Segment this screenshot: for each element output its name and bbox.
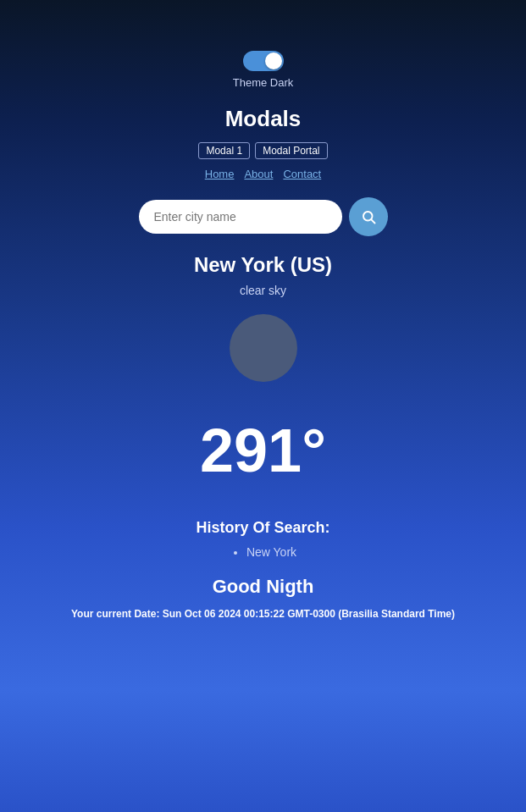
greeting-message: Good Nigth (213, 576, 314, 598)
modal-portal-button[interactable]: Modal Portal (255, 142, 327, 159)
toggle-knob (265, 52, 282, 69)
history-list: New York (17, 545, 509, 559)
history-item: New York (246, 545, 296, 559)
current-date: Your current Date: Sun Oct 06 2024 00:15… (71, 608, 455, 620)
page-title: Modals (225, 106, 302, 132)
svg-line-1 (371, 219, 374, 223)
modal-1-button[interactable]: Modal 1 (198, 142, 250, 159)
history-section: History Of Search: New York (17, 519, 509, 559)
theme-toggle[interactable] (243, 51, 284, 71)
history-title: History Of Search: (17, 519, 509, 537)
nav-home[interactable]: Home (205, 168, 235, 180)
nav-contact[interactable]: Contact (283, 168, 321, 180)
weather-icon (230, 314, 297, 382)
search-button[interactable] (349, 197, 388, 236)
search-icon (361, 209, 376, 224)
temperature-display: 291° (200, 416, 326, 485)
nav-links: Home About Contact (205, 168, 321, 180)
search-container (139, 197, 388, 236)
theme-label: Theme Dark (233, 76, 294, 89)
modal-buttons-container: Modal 1 Modal Portal (198, 142, 327, 159)
nav-about[interactable]: About (244, 168, 273, 180)
theme-container: Theme Dark (233, 51, 294, 89)
weather-description: clear sky (240, 284, 286, 297)
search-input[interactable] (139, 200, 342, 234)
city-name: New York (US) (194, 253, 332, 277)
